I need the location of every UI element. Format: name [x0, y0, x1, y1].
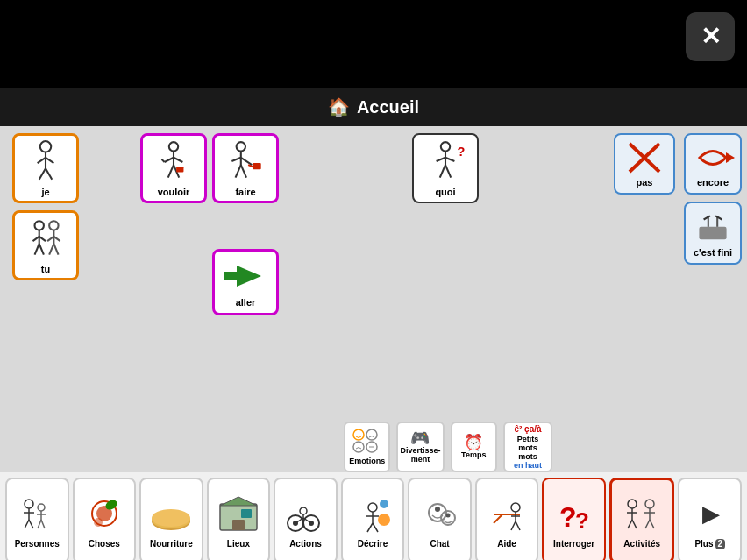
svg-line-8 [32, 237, 39, 241]
plus-image: ▶ [687, 492, 733, 537]
svg-point-12 [49, 221, 58, 230]
cat-decrire[interactable]: Décrire [341, 478, 405, 560]
card-pas-image [622, 140, 666, 175]
cat-chat[interactable]: Chat [408, 478, 472, 560]
sub-cat-divertissement[interactable]: 🎮 Divertisse-ment [396, 422, 444, 472]
svg-line-30 [236, 165, 241, 178]
svg-point-26 [237, 142, 245, 151]
divertissement-label: Divertisse-ment [400, 447, 440, 464]
svg-point-109 [645, 500, 654, 508]
card-je-label: je [41, 187, 49, 197]
top-bar: ✕ [0, 0, 747, 88]
close-icon: ✕ [701, 25, 721, 49]
svg-point-71 [152, 509, 190, 527]
cat-aide[interactable]: Aide [475, 478, 539, 560]
decrire-image [350, 492, 395, 537]
svg-rect-25 [176, 167, 183, 172]
card-quoi-image: ? [420, 139, 471, 185]
svg-point-84 [368, 503, 377, 512]
cat-actions[interactable]: Actions [274, 478, 338, 560]
personnes-image [14, 492, 60, 537]
decrire-label: Décrire [358, 539, 388, 549]
svg-line-37 [445, 158, 454, 161]
card-faire-image [220, 139, 271, 185]
temps-image: ⏰ [464, 435, 483, 450]
petits-mots-image: ê² ça/à [514, 423, 541, 435]
cat-choses[interactable]: Choses [73, 478, 137, 560]
card-vouloir[interactable]: vouloir [140, 133, 207, 203]
card-aller-label: aller [236, 297, 256, 308]
card-tu[interactable]: tu [12, 210, 79, 280]
svg-line-63 [38, 520, 41, 528]
bottom-categories: Personnes Choses Nourriture [0, 472, 747, 560]
svg-point-50 [353, 429, 364, 440]
card-je[interactable]: je [12, 133, 79, 203]
card-faire-label: faire [235, 187, 255, 197]
svg-point-34 [441, 142, 450, 151]
svg-line-23 [168, 165, 174, 178]
svg-line-38 [440, 165, 445, 178]
cat-plus[interactable]: ▶ Plus 2 [678, 478, 742, 560]
card-aller[interactable]: aller [212, 249, 279, 315]
svg-line-29 [241, 158, 252, 165]
card-quoi-label: quoi [435, 187, 455, 197]
svg-point-97 [511, 503, 520, 512]
card-pas-label: pas [637, 177, 653, 188]
svg-line-22 [174, 158, 182, 162]
interroger-image: ? ? [551, 492, 597, 537]
actions-label: Actions [289, 539, 322, 549]
card-faire[interactable]: faire [212, 133, 279, 203]
card-encore[interactable]: encore [684, 133, 742, 195]
card-quoi[interactable]: ? quoi [412, 133, 479, 203]
temps-label: Temps [461, 451, 486, 460]
card-aller-image [219, 257, 272, 295]
sub-cat-temps[interactable]: ⏰ Temps [451, 422, 497, 472]
lieux-image [216, 492, 261, 537]
svg-marker-43 [726, 152, 735, 163]
actions-image [282, 492, 328, 537]
svg-line-33 [248, 165, 253, 167]
svg-line-10 [35, 244, 39, 254]
svg-line-113 [650, 520, 654, 528]
svg-line-2 [38, 158, 46, 163]
svg-rect-75 [241, 509, 252, 518]
svg-point-94 [445, 514, 450, 518]
svg-line-16 [49, 244, 53, 254]
emotions-label: Émotions [349, 457, 385, 466]
svg-point-90 [380, 500, 388, 508]
svg-point-92 [435, 507, 440, 512]
nourriture-image [148, 492, 194, 537]
cat-lieux[interactable]: Lieux [207, 478, 271, 560]
card-cest-fini[interactable]: c'est fini [684, 202, 742, 265]
cat-interroger[interactable]: ? ? Interroger [542, 478, 606, 560]
cat-personnes[interactable]: Personnes [5, 478, 69, 560]
card-je-image [20, 139, 71, 185]
sub-cat-emotions[interactable]: Émotions [344, 422, 390, 472]
home-icon: 🏠 [328, 96, 350, 117]
sub-cat-petits-mots[interactable]: ê² ça/à Petits mots mots en haut [503, 422, 552, 472]
close-button[interactable]: ✕ [686, 12, 735, 61]
svg-point-51 [366, 429, 377, 440]
svg-marker-49 [224, 266, 261, 287]
interroger-label: Interroger [553, 539, 594, 549]
choses-image [82, 492, 127, 537]
card-cest-fini-label: c'est fini [694, 247, 732, 258]
svg-line-87 [367, 523, 373, 532]
svg-rect-44 [699, 227, 726, 240]
card-pas[interactable]: pas [614, 133, 675, 195]
svg-point-0 [40, 141, 51, 152]
cat-activites[interactable]: Activités [609, 478, 675, 560]
svg-line-14 [47, 237, 53, 241]
svg-rect-32 [253, 163, 260, 169]
svg-point-83 [293, 521, 298, 526]
svg-point-104 [628, 500, 637, 508]
svg-line-4 [39, 168, 46, 179]
svg-line-100 [511, 521, 516, 530]
main-area: je tu [0, 126, 747, 472]
lieux-label: Lieux [227, 539, 250, 549]
svg-line-107 [628, 520, 632, 528]
cat-nourriture[interactable]: Nourriture [139, 478, 203, 560]
svg-line-64 [41, 520, 45, 528]
aide-label: Aide [497, 539, 516, 549]
svg-point-89 [378, 514, 390, 526]
